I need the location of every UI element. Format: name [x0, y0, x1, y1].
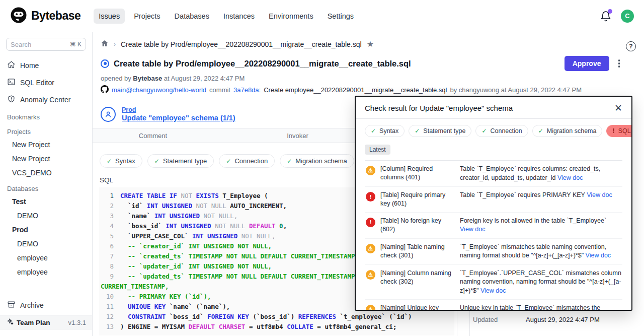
- modal-header: Check result for Update "employee" schem…: [356, 97, 631, 119]
- code-line: 13) ENGINE = MYISAM DEFAULT CHARSET = ut…: [99, 322, 454, 332]
- assignee-icon: [101, 107, 116, 122]
- check-badge-sql-review[interactable]: SQL review: [606, 125, 632, 137]
- help-icon[interactable]: ?: [626, 41, 636, 51]
- check-result-modal: Check result for Update "employee" schem…: [355, 96, 632, 311]
- home-icon[interactable]: [101, 39, 109, 49]
- rule-name: [Table] No foreign key (602): [380, 217, 455, 234]
- nav-item-issues[interactable]: Issues: [94, 9, 125, 24]
- check-badge-connection[interactable]: Connection: [219, 154, 275, 168]
- sidebar-item-anomaly-center[interactable]: Anomaly Center: [0, 91, 92, 108]
- stage-task-link[interactable]: Update "employee" schema (1/1): [122, 114, 235, 122]
- sidebar-item-demo[interactable]: DEMO: [0, 237, 92, 251]
- code-line: 12 CONSTRAINT `boss_id` FOREIGN KEY (`bo…: [99, 312, 454, 322]
- check-badge-statement-type[interactable]: Statement type: [147, 154, 214, 168]
- search-input[interactable]: Search ⌘ K: [6, 38, 86, 51]
- check-label: Migration schema: [295, 157, 347, 165]
- sidebar-item-label: SQL Editor: [20, 79, 54, 87]
- notification-bell-icon[interactable]: [600, 10, 612, 22]
- sparkles-icon: [6, 318, 14, 327]
- code-text: -- PRIMARY KEY (`id`),: [120, 292, 211, 302]
- nav-item-instances[interactable]: Instances: [218, 9, 260, 24]
- issue-header: Create table by Prod/employee__202208290…: [93, 52, 644, 71]
- more-actions-icon[interactable]: [616, 57, 622, 70]
- nav-item-environments[interactable]: Environments: [264, 9, 318, 24]
- issue-open-status-icon: [101, 59, 109, 68]
- sidebar-item-vcs-demo[interactable]: VCS_DEMO: [0, 166, 92, 180]
- nav-item-projects[interactable]: Projects: [129, 9, 165, 24]
- commit-branch-link[interactable]: main@changyuwong/hello-world: [112, 86, 206, 94]
- rule-description: Foreign key is not allowed in the table …: [460, 217, 621, 234]
- line-number: 6: [99, 241, 120, 251]
- check-badge-syntax[interactable]: Syntax: [365, 125, 405, 137]
- view-doc-link[interactable]: View doc: [587, 191, 612, 198]
- breadcrumb-title[interactable]: Create table by Prod/employee__202208290…: [121, 40, 362, 48]
- sidebar-item-home[interactable]: Home: [0, 57, 92, 74]
- code-text: CURRENT_TIMESTAMP,: [101, 282, 169, 292]
- bytebase-logo-icon: [10, 7, 27, 26]
- rule-name: [Column] Required columns (401): [380, 165, 455, 182]
- sidebar-item-demo[interactable]: DEMO: [0, 209, 92, 223]
- line-number: 12: [99, 312, 120, 322]
- check-label: SQL review: [618, 127, 632, 135]
- github-icon: [101, 85, 109, 95]
- line-number: 10: [99, 292, 120, 302]
- meta-row: UpdatedAugust 29, 2022 4:47 PM: [473, 316, 600, 323]
- check-label: Connection: [490, 127, 522, 135]
- check-label: Connection: [234, 157, 268, 165]
- sidebar-item-employee[interactable]: employee: [0, 251, 92, 265]
- sidebar-item-employee[interactable]: employee: [0, 265, 92, 279]
- sidebar-footer[interactable]: Team Plan v1.3.1: [0, 315, 92, 330]
- meta-label: Updated: [473, 316, 526, 323]
- brand[interactable]: Bytebase: [10, 7, 80, 26]
- check-result-row: ![Table] Require primary key (601)Table …: [365, 187, 622, 213]
- sidebar-item-test[interactable]: Test: [0, 194, 92, 209]
- close-icon[interactable]: ✕: [614, 103, 622, 113]
- sidebar-item-archive[interactable]: Archive: [0, 297, 92, 314]
- stage-env-link[interactable]: Prod: [122, 106, 235, 113]
- view-doc-link[interactable]: View doc: [586, 252, 611, 259]
- check-label: Statement type: [423, 127, 465, 135]
- sidebar-item-label: Anomaly Center: [20, 96, 70, 104]
- check-badge-statement-type[interactable]: Statement type: [409, 125, 471, 137]
- check-icon: [371, 127, 376, 135]
- check-badge-migration-schema[interactable]: Migration schema: [280, 154, 354, 168]
- commit-hash-link[interactable]: 3a7e8da:: [233, 86, 261, 94]
- search-shortcut: ⌘ K: [70, 41, 82, 48]
- rule-name: [Naming] Table naming check (301): [380, 243, 455, 260]
- nav-item-settings[interactable]: Settings: [323, 9, 359, 24]
- view-doc-link[interactable]: View doc: [557, 174, 583, 181]
- line-number: 7: [99, 251, 120, 261]
- code-text: CONSTRAINT `boss_id` FOREIGN KEY (`boss_…: [120, 312, 412, 322]
- modal-title: Check result for Update "employee" schem…: [365, 104, 513, 112]
- warning-icon: ⚠: [366, 244, 375, 253]
- sidebar-nav: HomeSQL EditorAnomaly Center: [0, 54, 92, 108]
- nav-item-databases[interactable]: Databases: [170, 9, 214, 24]
- check-badge-migration-schema[interactable]: Migration schema: [532, 125, 603, 137]
- check-badge-syntax[interactable]: Syntax: [100, 154, 142, 168]
- sidebar-sections: BookmarksProjectsNew ProjectNew ProjectV…: [0, 108, 92, 279]
- code-text: -- `updater_id` INT UNSIGNED NOT NULL,: [120, 261, 272, 272]
- sidebar-item-prod[interactable]: Prod: [0, 223, 92, 237]
- warning-icon: ⚠: [366, 270, 375, 280]
- check-badge-connection[interactable]: Connection: [475, 125, 528, 137]
- check-icon: [287, 158, 292, 165]
- code-text: `UPPER_CASE_COL` INT UNSIGNED NOT NULL,: [120, 231, 276, 241]
- code-text: -- `created_ts` TIMESTAMP NOT NULL DEFAU…: [120, 251, 359, 261]
- exclamation-icon: [612, 127, 614, 135]
- line-number: 11: [99, 302, 120, 312]
- issue-title: Create table by Prod/employee__202208290…: [114, 59, 411, 69]
- avatar[interactable]: C: [621, 10, 634, 23]
- sidebar-item-new-project[interactable]: New Project: [0, 138, 92, 152]
- archive-icon: [7, 300, 16, 310]
- check-result-row: ![Table] No foreign key (602)Foreign key…: [365, 213, 622, 239]
- sidebar-item-sql-editor[interactable]: SQL Editor: [0, 74, 92, 91]
- view-doc-link[interactable]: View doc: [480, 287, 506, 294]
- approve-button[interactable]: Approve: [565, 56, 609, 71]
- version-label: v1.3.1: [68, 319, 86, 326]
- warning-icon: ⚠: [366, 305, 375, 311]
- view-doc-link[interactable]: View doc: [460, 226, 486, 233]
- star-icon[interactable]: ★: [367, 39, 374, 49]
- sidebar-item-new-project[interactable]: New Project: [0, 152, 92, 166]
- section-label-projects: Projects: [0, 123, 92, 138]
- line-number: 1: [99, 191, 120, 201]
